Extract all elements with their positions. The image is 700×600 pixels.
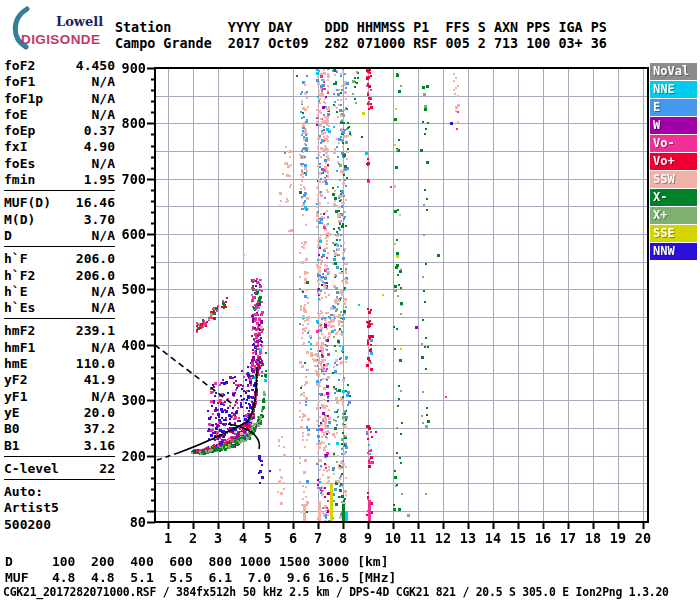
x-tick-label: 5 <box>255 531 281 545</box>
legend-item-noval: NoVal <box>650 63 697 80</box>
ionogram-plot: 9008007006005004003002008012345678910111… <box>0 0 700 600</box>
direction-legend: NoValNNEEWVo-Vo+SSWX-X+SSENNW <box>650 63 697 261</box>
x-tick-label: 12 <box>430 531 456 545</box>
legend-item-x: X+ <box>650 207 697 224</box>
d-muf-table: D 100 200 400 600 800 1000 1500 3000 [km… <box>5 554 396 585</box>
x-tick-label: 16 <box>530 531 556 545</box>
footer-status-line: CGK21_2017282071000.RSF / 384fx512h 50 k… <box>3 585 669 599</box>
legend-item-sse: SSE <box>650 225 697 242</box>
d-row: D 100 200 400 600 800 1000 1500 3000 [km… <box>5 554 389 569</box>
legend-item-x: X- <box>650 189 697 206</box>
x-tick-label: 3 <box>205 531 231 545</box>
legend-item-vo: Vo- <box>650 135 697 152</box>
x-tick-label: 14 <box>480 531 506 545</box>
ionogram-canvas <box>0 0 700 600</box>
x-tick-label: 19 <box>605 531 631 545</box>
y-tick-label: 600 <box>112 227 146 241</box>
x-tick-label: 17 <box>555 531 581 545</box>
x-tick-label: 20 <box>630 531 656 545</box>
x-tick-label: 2 <box>180 531 206 545</box>
legend-item-e: E <box>650 99 697 116</box>
x-tick-label: 1 <box>155 531 181 545</box>
x-tick-label: 10 <box>380 531 406 545</box>
y-tick-label: 400 <box>112 338 146 352</box>
y-tick-label: 80 <box>112 515 146 529</box>
y-tick-label: 700 <box>112 172 146 186</box>
x-tick-label: 11 <box>405 531 431 545</box>
x-tick-label: 4 <box>230 531 256 545</box>
legend-item-vo: Vo+ <box>650 153 697 170</box>
x-tick-label: 6 <box>280 531 306 545</box>
x-tick-label: 18 <box>580 531 606 545</box>
x-tick-label: 15 <box>505 531 531 545</box>
legend-item-nnw: NNW <box>650 243 697 260</box>
y-tick-label: 200 <box>112 449 146 463</box>
legend-item-w: W <box>650 117 697 134</box>
ionogram-screen: Lowell DIGISONDE Station YYYY DAY DDD HH… <box>0 0 700 600</box>
legend-item-nne: NNE <box>650 81 697 98</box>
legend-item-ssw: SSW <box>650 171 697 188</box>
y-tick-label: 300 <box>112 393 146 407</box>
x-tick-label: 8 <box>330 531 356 545</box>
y-tick-label: 800 <box>112 116 146 130</box>
x-tick-label: 13 <box>455 531 481 545</box>
x-tick-label: 9 <box>355 531 381 545</box>
muf-row: MUF 4.8 4.8 5.1 5.5 6.1 7.0 9.6 16.5 [MH… <box>5 570 396 585</box>
y-tick-label: 900 <box>112 61 146 75</box>
x-tick-label: 7 <box>305 531 331 545</box>
y-tick-label: 500 <box>112 282 146 296</box>
